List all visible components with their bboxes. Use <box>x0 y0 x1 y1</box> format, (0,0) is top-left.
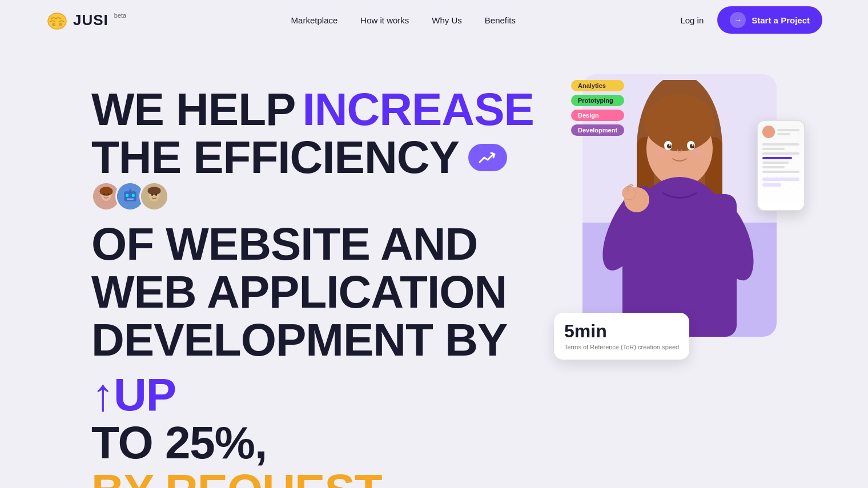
increase-text: INCREASE <box>302 86 533 134</box>
phone-avatar-row <box>762 126 799 138</box>
svg-point-19 <box>155 194 158 196</box>
headline-line-2: THE EFFICIENCY <box>91 134 560 182</box>
svg-point-3 <box>59 23 62 26</box>
avatar-3 <box>139 182 169 211</box>
avatars-group <box>91 182 169 211</box>
beta-badge: beta <box>114 12 126 19</box>
svg-point-2 <box>52 23 55 26</box>
logo-text: JUSI <box>73 11 108 29</box>
hero-right: Analytics Prototyping Design Development <box>582 74 788 371</box>
svg-point-11 <box>126 194 128 197</box>
svg-rect-13 <box>127 199 134 200</box>
nav-marketplace[interactable]: Marketplace <box>291 15 338 25</box>
to-25-text: TO 25%, <box>91 419 267 467</box>
tag-analytics: Analytics <box>571 80 624 91</box>
skill-tags: Analytics Prototyping Design Development <box>571 80 624 136</box>
headline-line-3: OF WEBSITE AND <box>91 182 560 268</box>
headline-line-4: WEB APPLICATION <box>91 268 560 316</box>
hero-left: WE HELP INCREASE THE EFFICIENCY <box>91 74 560 488</box>
svg-point-7 <box>103 193 106 196</box>
trend-badge <box>468 144 507 171</box>
phone-mockup <box>757 120 805 211</box>
up-text: ↑UP <box>91 371 176 419</box>
web-app-text: WEB APPLICATION <box>91 267 507 317</box>
svg-point-8 <box>107 193 110 196</box>
svg-rect-14 <box>129 189 131 192</box>
svg-point-18 <box>151 194 154 196</box>
hero-headline: WE HELP INCREASE THE EFFICIENCY <box>91 86 560 488</box>
stats-number: 5min <box>564 321 679 342</box>
main-content: WE HELP INCREASE THE EFFICIENCY <box>0 40 868 488</box>
login-button[interactable]: Log in <box>680 15 704 25</box>
header-right: Log in → Start a Project <box>680 6 822 34</box>
svg-point-17 <box>148 187 161 195</box>
tag-development: Development <box>571 124 624 136</box>
svg-point-39 <box>622 186 636 200</box>
stats-label: Terms of Reference (ToR) creation speed <box>564 343 679 352</box>
efficiency-text: THE EFFICIENCY <box>91 134 459 182</box>
we-help-text: WE HELP <box>91 86 295 134</box>
tag-design: Design <box>571 110 624 121</box>
phone-avatar <box>762 126 775 138</box>
nav-why-us[interactable]: Why Us <box>432 15 462 25</box>
start-project-header-button[interactable]: → Start a Project <box>717 6 822 34</box>
headline-line-1: WE HELP INCREASE <box>91 86 560 134</box>
logo-area: JUSI beta <box>46 9 126 31</box>
svg-point-25 <box>644 94 715 151</box>
svg-point-6 <box>100 187 113 196</box>
logo-icon <box>46 9 69 31</box>
header: JUSI beta Marketplace How it works Why U… <box>0 0 868 40</box>
svg-point-30 <box>669 144 671 146</box>
headline-line-5: DEVELOPMENT BY ↑UP <box>91 316 560 419</box>
by-request-text: BY REQUEST <box>91 467 382 488</box>
stats-badge: 5min Terms of Reference (ToR) creation s… <box>554 313 689 360</box>
svg-point-32 <box>654 150 666 156</box>
nav-how-it-works[interactable]: How it works <box>360 15 409 25</box>
svg-rect-10 <box>124 191 136 201</box>
phone-screen <box>758 121 804 210</box>
nav-benefits[interactable]: Benefits <box>485 15 516 25</box>
main-nav: Marketplace How it works Why Us Benefits <box>291 15 516 25</box>
tag-prototyping: Prototyping <box>571 95 624 106</box>
development-by-text: DEVELOPMENT BY <box>91 316 507 364</box>
svg-point-33 <box>693 150 705 156</box>
svg-point-31 <box>692 144 694 146</box>
svg-point-12 <box>132 194 135 197</box>
headline-line-6: TO 25%, BY REQUEST <box>91 419 560 488</box>
of-website-text: OF WEBSITE AND <box>91 220 477 268</box>
arrow-right-icon: → <box>730 12 746 28</box>
